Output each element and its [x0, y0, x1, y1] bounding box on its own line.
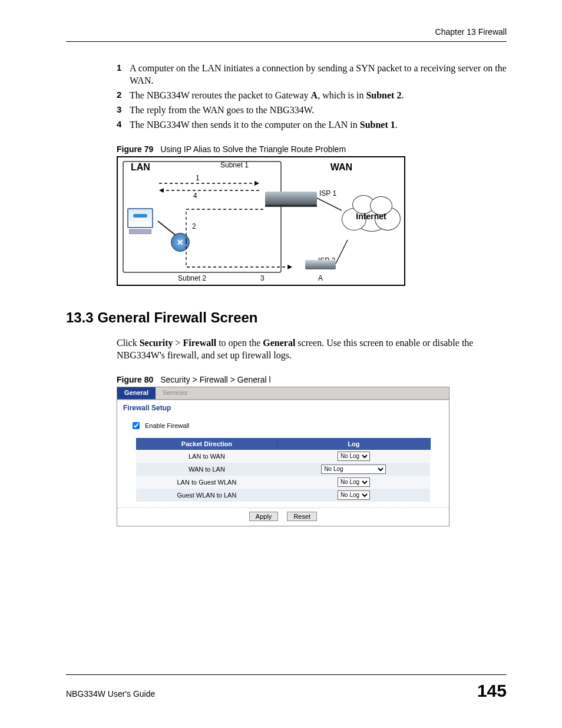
b: General — [263, 338, 295, 348]
figure80-caption: Figure 80 Security > Firewall > General … — [117, 375, 507, 384]
panel-title: Firewall Setup — [117, 400, 449, 414]
step-text: The NBG334W then sends it to the compute… — [130, 118, 507, 131]
internet-cloud: Internet — [342, 195, 401, 236]
text: . — [401, 90, 404, 100]
step-text: A computer on the LAN initiates a connec… — [130, 62, 507, 87]
text: The NBG334W then sends it to the compute… — [130, 120, 360, 130]
step-number: 1 — [117, 62, 130, 74]
lan-label: LAN — [131, 162, 150, 173]
node-4: 4 — [193, 192, 197, 200]
step-item: 3 The reply from the WAN goes to the NBG… — [117, 104, 507, 116]
t: Click — [117, 338, 140, 348]
text: , which is in — [318, 90, 366, 100]
tab-services[interactable]: Services — [156, 387, 194, 399]
cell-direction: Guest WLAN to LAN — [136, 489, 277, 502]
figure-number: Figure 80 — [117, 375, 153, 384]
chapter-title: Chapter 13 Firewall — [66, 27, 507, 37]
table-row: LAN to Guest WLAN No Log — [136, 476, 430, 489]
footer-rule — [66, 674, 507, 675]
step-text: The reply from the WAN goes to the NBG33… — [130, 104, 507, 116]
step-number: 4 — [117, 118, 130, 130]
pc-icon — [127, 208, 153, 232]
step-list: 1 A computer on the LAN initiates a conn… — [117, 62, 507, 131]
tab-general[interactable]: General — [117, 387, 156, 399]
cell-direction: LAN to WAN — [136, 449, 277, 463]
reset-button[interactable]: Reset — [287, 512, 317, 521]
log-table: Packet Direction Log LAN to WAN No Log W… — [136, 438, 431, 502]
cell-direction: LAN to Guest WLAN — [136, 476, 277, 489]
step-number: 2 — [117, 89, 130, 101]
figure-number: Figure 79 — [117, 144, 153, 154]
step-item: 4 The NBG334W then sends it to the compu… — [117, 118, 507, 131]
node-2: 2 — [192, 222, 196, 230]
svg-line-5 — [317, 198, 342, 210]
svg-line-6 — [336, 240, 348, 263]
figure-title: Security > Firewall > General l — [160, 375, 271, 384]
log-select[interactable]: No Log — [338, 490, 370, 500]
log-select[interactable]: No Log — [338, 477, 370, 487]
wan-label: WAN — [330, 162, 352, 173]
cell-direction: WAN to LAN — [136, 463, 277, 476]
table-row: WAN to LAN No Log — [136, 463, 430, 476]
section-paragraph: Click Security > Firewall to open the Ge… — [117, 337, 507, 362]
tab-bar: General Services — [117, 387, 449, 400]
page-footer: NBG334W User's Guide 145 — [66, 674, 507, 701]
table-row: LAN to WAN No Log — [136, 449, 430, 463]
b: Security — [140, 338, 173, 348]
node-1: 1 — [196, 174, 200, 182]
gateway-icon — [265, 192, 317, 205]
bold: Subnet 1 — [360, 120, 395, 130]
subnet1-label: Subnet 1 — [220, 161, 249, 169]
figure-title: Using IP Alias to Solve the Triangle Rou… — [160, 144, 346, 154]
enable-firewall-label: Enable Firewall — [145, 422, 189, 429]
log-select[interactable]: No Log — [321, 465, 386, 474]
log-select[interactable]: No Log — [338, 452, 370, 461]
table-row: Guest WLAN to LAN No Log — [136, 489, 430, 502]
node-A: A — [318, 274, 323, 282]
b: Firewall — [183, 338, 217, 348]
step-text: The NBG334W reroutes the packet to Gatew… — [130, 89, 507, 101]
button-row: Apply Reset — [117, 508, 449, 526]
step-item: 1 A computer on the LAN initiates a conn… — [117, 62, 507, 87]
bold: Subnet 2 — [366, 90, 401, 100]
page-number: 145 — [477, 681, 507, 701]
enable-firewall-row[interactable]: Enable Firewall — [130, 420, 443, 431]
figure79-diagram: LAN WAN Subnet 1 Subnet 2 1 2 3 4 A ISP … — [117, 156, 405, 286]
subnet2-label: Subnet 2 — [178, 274, 206, 282]
col-log: Log — [277, 438, 430, 449]
isp1-label: ISP 1 — [319, 189, 336, 197]
t: > — [173, 338, 183, 348]
text: . — [395, 120, 398, 130]
text: The NBG334W reroutes the packet to Gatew… — [130, 90, 311, 100]
t: to open the — [216, 338, 263, 348]
bold: A — [311, 90, 318, 100]
step-item: 2 The NBG334W reroutes the packet to Gat… — [117, 89, 507, 101]
enable-firewall-checkbox[interactable] — [133, 422, 140, 429]
col-packet-direction: Packet Direction — [136, 438, 277, 449]
internet-label: Internet — [342, 212, 401, 221]
gateway-a-icon — [305, 260, 336, 269]
header-rule — [66, 41, 507, 42]
node-3: 3 — [260, 274, 265, 282]
figure80-ui: General Services Firewall Setup Enable F… — [117, 387, 449, 526]
section-heading: 13.3 General Firewall Screen — [66, 309, 507, 326]
step-number: 3 — [117, 104, 130, 116]
footer-guide: NBG334W User's Guide — [66, 689, 155, 699]
figure79-caption: Figure 79 Using IP Alias to Solve the Tr… — [117, 144, 507, 154]
hub-icon: ✕ — [171, 233, 190, 252]
apply-button[interactable]: Apply — [249, 512, 279, 521]
